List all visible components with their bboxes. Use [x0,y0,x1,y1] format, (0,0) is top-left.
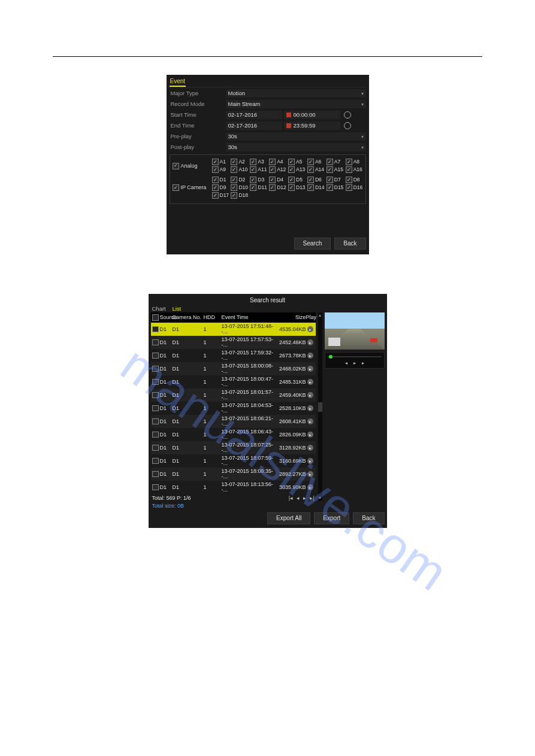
analog-cam-a8[interactable]: ✓A8 [346,159,363,165]
ip-cam-d12[interactable]: ✓D12 [269,184,286,191]
scroll-down-icon[interactable]: ▾ [319,495,321,501]
checkbox-ip-all[interactable]: ✓ [173,184,179,191]
table-row[interactable]: D1D1113-07-2015 17:51:48--...4535.04KB▸ [151,323,316,336]
checkbox-icon[interactable]: ✓ [250,166,256,173]
row-checkbox[interactable] [152,432,159,438]
checkbox-icon[interactable]: ✓ [346,166,352,173]
analog-cam-a7[interactable]: ✓A7 [327,159,344,165]
table-row[interactable]: D1D1113-07-2015 18:08:35--...2892.27KB▸ [151,467,316,481]
scrollbar[interactable]: ▴ ▾ [318,312,322,501]
cell-play[interactable]: ▸ [306,418,315,424]
select-major-type[interactable]: Motion ▾ [226,89,366,98]
back-button[interactable]: Back [353,512,384,524]
tab-list[interactable]: List [172,305,181,313]
start-time-field[interactable]: 00:00:00 [284,111,340,119]
play-icon[interactable]: ▸ [307,458,313,464]
play-icon[interactable]: ▸ [307,326,313,332]
checkbox-icon[interactable]: ✓ [307,177,314,183]
cell-play[interactable]: ▸ [306,405,315,411]
checkbox-icon[interactable]: ✓ [231,192,237,199]
checkbox-select-all[interactable] [152,314,159,321]
row-checkbox[interactable] [152,484,159,490]
analog-cam-a11[interactable]: ✓A11 [250,166,267,173]
search-button[interactable]: Search [294,238,331,250]
ip-cam-d7[interactable]: ✓D7 [327,177,344,183]
checkbox-icon[interactable]: ✓ [231,184,237,191]
play-icon[interactable]: ▸ [307,432,313,438]
play-icon[interactable]: ▸ [307,418,313,424]
checkbox-icon[interactable]: ✓ [231,166,237,173]
play-icon[interactable]: ▸ [307,445,313,451]
clock-icon[interactable] [344,122,351,129]
ip-cam-d13[interactable]: ✓D13 [288,184,306,191]
checkbox-icon[interactable]: ✓ [231,177,237,183]
analog-cam-a6[interactable]: ✓A6 [307,159,325,165]
checkbox-icon[interactable]: ✓ [288,159,295,165]
cell-play[interactable]: ▸ [306,432,315,438]
analog-cam-a2[interactable]: ✓A2 [231,159,248,165]
table-row[interactable]: D1D1113-07-2015 18:00:47--...2485.31KB▸ [151,375,316,388]
analog-cam-a15[interactable]: ✓A15 [327,166,344,173]
ip-cam-d6[interactable]: ✓D6 [307,177,325,183]
cell-play[interactable]: ▸ [306,484,315,490]
export-all-button[interactable]: Export All [267,512,310,524]
table-row[interactable]: D1D1113-07-2015 18:06:43--...2826.09KB▸ [151,428,316,441]
checkbox-icon[interactable]: ✓ [307,166,314,173]
row-checkbox[interactable] [152,458,159,464]
scroll-thumb[interactable] [318,402,322,412]
checkbox-icon[interactable]: ✓ [269,159,276,165]
cell-play[interactable]: ▸ [306,379,315,385]
tab-event[interactable]: Event [170,77,186,87]
checkbox-icon[interactable]: ✓ [288,166,295,173]
ip-cam-d10[interactable]: ✓D10 [231,184,248,191]
ip-cam-d15[interactable]: ✓D15 [327,184,344,191]
ip-cam-d8[interactable]: ✓D8 [346,177,363,183]
table-row[interactable]: D1D1113-07-2015 17:57:53--...2452.46KB▸ [151,336,316,349]
table-row[interactable]: D1D1113-07-2015 18:04:53--...2528.10KB▸ [151,402,316,415]
select-post-play[interactable]: 30s ▾ [226,143,366,151]
checkbox-icon[interactable]: ✓ [269,166,276,173]
table-row[interactable]: D1D1113-07-2015 17:59:32--...2673.78KB▸ [151,349,316,362]
row-checkbox[interactable] [152,418,159,424]
checkbox-icon[interactable]: ✓ [250,159,256,165]
end-date-field[interactable]: 02-17-2016 [226,122,282,130]
ip-cam-d18[interactable]: ✓D18 [231,192,248,199]
row-checkbox[interactable] [152,353,159,359]
row-checkbox[interactable] [152,445,159,451]
cell-play[interactable]: ▸ [306,353,315,359]
analog-cam-a3[interactable]: ✓A3 [250,159,267,165]
analog-cam-a4[interactable]: ✓A4 [269,159,286,165]
progress-bar[interactable] [328,356,382,357]
next-clip-icon[interactable]: ▸ [362,361,364,366]
play-icon[interactable]: ▸ [307,379,313,385]
analog-cam-a9[interactable]: ✓A9 [212,166,229,173]
back-button[interactable]: Back [334,238,365,250]
checkbox-icon[interactable]: ✓ [288,184,295,191]
checkbox-icon[interactable]: ✓ [307,184,314,191]
checkbox-icon[interactable]: ✓ [231,159,237,165]
row-checkbox[interactable] [152,392,159,398]
ip-cam-d17[interactable]: ✓D17 [212,192,229,199]
export-button[interactable]: Export [314,512,349,524]
checkbox-icon[interactable]: ✓ [250,177,256,183]
cell-play[interactable]: ▸ [306,326,315,332]
table-row[interactable]: D1D1113-07-2015 18:00:08--...2468.02KB▸ [151,362,316,375]
start-date-field[interactable]: 02-17-2016 [226,111,282,119]
checkbox-icon[interactable]: ✓ [212,159,219,165]
checkbox-icon[interactable]: ✓ [288,177,295,183]
ip-cam-d4[interactable]: ✓D4 [269,177,286,183]
checkbox-icon[interactable]: ✓ [346,177,352,183]
table-row[interactable]: D1D1113-07-2015 18:07:59--...3160.69KB▸ [151,454,316,467]
analog-cam-a5[interactable]: ✓A5 [288,159,306,165]
play-icon[interactable]: ▸ [307,471,313,477]
next-page-icon[interactable]: ▸ [303,496,306,501]
select-pre-play[interactable]: 30s ▾ [226,132,366,141]
checkbox-icon[interactable]: ✓ [307,159,314,165]
row-checkbox[interactable] [152,471,159,477]
checkbox-icon[interactable]: ✓ [327,159,333,165]
table-row[interactable]: D1D1113-07-2015 18:07:25--...3128.92KB▸ [151,441,316,454]
play-icon[interactable]: ▸ [307,353,313,359]
play-icon[interactable]: ▸ [307,392,313,398]
ip-cam-d11[interactable]: ✓D11 [250,184,267,191]
select-record-mode[interactable]: Main Stream ▾ [226,100,366,108]
